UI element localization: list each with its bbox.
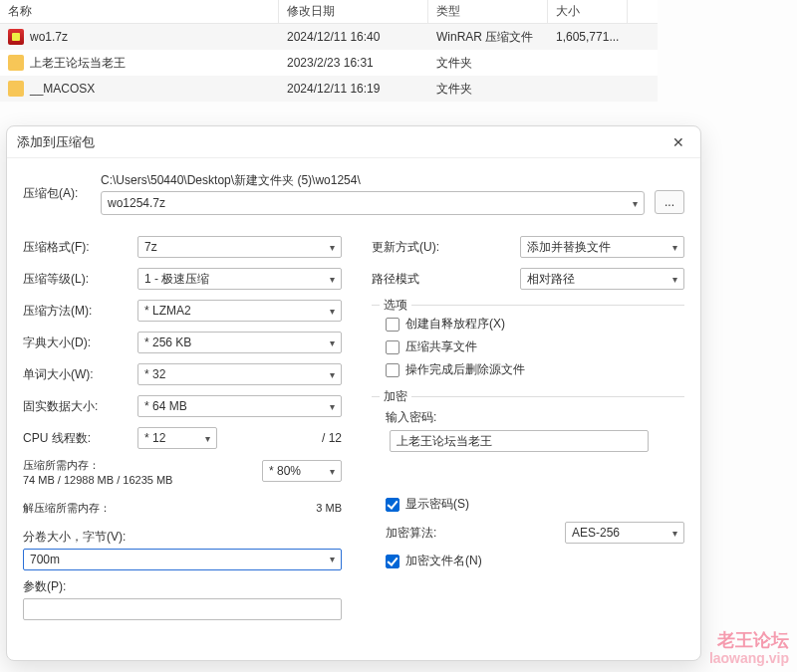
col-header-name[interactable]: 名称 [0, 0, 279, 23]
method-label: 压缩方法(M): [23, 303, 137, 320]
password-label: 输入密码: [386, 409, 684, 426]
col-header-size[interactable]: 大小 [548, 0, 628, 23]
add-to-archive-dialog: 添加到压缩包 ✕ 压缩包(A): C:\Users\50440\Desktop\… [6, 125, 701, 661]
file-type: 文件夹 [428, 81, 548, 98]
close-button[interactable]: ✕ [666, 130, 690, 154]
file-date: 2024/12/11 16:40 [279, 30, 428, 44]
file-list: 名称 修改日期 类型 大小 wo1.7z 2024/12/11 16:40 Wi… [0, 0, 658, 102]
threads-select[interactable]: * 12▾ [137, 427, 217, 449]
file-row[interactable]: wo1.7z 2024/12/11 16:40 WinRAR 压缩文件 1,60… [0, 24, 658, 50]
col-header-date[interactable]: 修改日期 [279, 0, 428, 23]
mem-compress-detail: 74 MB / 12988 MB / 16235 MB [23, 473, 262, 488]
chevron-down-icon: ▾ [672, 242, 677, 253]
archive-label: 压缩包(A): [23, 185, 91, 202]
chevron-down-icon: ▾ [330, 369, 335, 380]
dict-select[interactable]: * 256 KB▾ [137, 332, 342, 353]
checkbox-checked-icon [386, 555, 399, 568]
password-input[interactable]: 上老王论坛当老王 [390, 430, 649, 452]
delete-after-checkbox[interactable]: 操作完成后删除源文件 [386, 361, 684, 378]
folder-icon [8, 81, 24, 97]
show-password-checkbox[interactable]: 显示密码(S) [386, 496, 684, 513]
pathmode-label: 路径模式 [372, 271, 449, 288]
file-rows: wo1.7z 2024/12/11 16:40 WinRAR 压缩文件 1,60… [0, 24, 658, 102]
file-name: 上老王论坛当老王 [30, 55, 126, 72]
file-type: WinRAR 压缩文件 [428, 29, 548, 46]
chevron-down-icon: ▾ [672, 528, 677, 539]
encrypt-legend: 加密 [380, 388, 411, 405]
params-label: 参数(P): [23, 578, 342, 595]
file-date: 2024/12/11 16:19 [279, 82, 428, 96]
chevron-down-icon: ▾ [330, 242, 335, 253]
pathmode-select[interactable]: 相对路径▾ [520, 268, 684, 290]
split-size-input[interactable]: 700m▾ [23, 549, 342, 570]
browse-button[interactable]: ... [655, 190, 684, 214]
solid-select[interactable]: * 64 MB▾ [137, 395, 342, 417]
word-label: 单词大小(W): [23, 366, 137, 383]
chevron-down-icon: ▾ [330, 306, 335, 317]
format-label: 压缩格式(F): [23, 239, 137, 256]
format-select[interactable]: 7z▾ [137, 236, 342, 258]
file-name: __MACOSX [30, 82, 95, 96]
chevron-down-icon: ▾ [633, 198, 638, 209]
word-select[interactable]: * 32▾ [137, 363, 342, 385]
chevron-down-icon: ▾ [205, 433, 210, 444]
split-label: 分卷大小，字节(V): [23, 529, 342, 546]
file-row[interactable]: 上老王论坛当老王 2023/2/23 16:31 文件夹 [0, 50, 658, 76]
encrypt-group: 加密 输入密码: 上老王论坛当老王 显示密码(S) 加密算法: AES-256▾… [372, 396, 684, 569]
method-select[interactable]: * LZMA2▾ [137, 300, 342, 322]
encrypt-algo-select[interactable]: AES-256▾ [565, 522, 684, 544]
watermark: 老王论坛 laowang.vip [709, 631, 789, 666]
level-label: 压缩等级(L): [23, 271, 137, 288]
chevron-down-icon: ▾ [330, 401, 335, 412]
file-list-header: 名称 修改日期 类型 大小 [0, 0, 658, 24]
file-row[interactable]: __MACOSX 2024/12/11 16:19 文件夹 [0, 76, 658, 102]
dict-label: 字典大小(D): [23, 335, 137, 351]
shared-checkbox[interactable]: 压缩共享文件 [386, 338, 684, 355]
mem-compress-label: 压缩所需内存： [23, 458, 262, 473]
threads-max: / 12 [225, 431, 342, 445]
algo-label: 加密算法: [386, 525, 565, 542]
checkbox-checked-icon [386, 498, 399, 512]
col-header-type[interactable]: 类型 [428, 0, 548, 23]
options-legend: 选项 [380, 297, 411, 314]
left-column: 压缩格式(F): 7z▾ 压缩等级(L): 1 - 极速压缩▾ 压缩方法(M):… [23, 227, 342, 620]
chevron-down-icon: ▾ [672, 274, 677, 285]
params-input[interactable] [23, 598, 342, 620]
folder-icon [8, 55, 24, 71]
solid-label: 固实数据大小: [23, 398, 137, 415]
archive-icon [8, 29, 24, 45]
checkbox-icon [386, 340, 399, 354]
chevron-down-icon: ▾ [330, 337, 335, 348]
update-label: 更新方式(U): [372, 239, 449, 256]
threads-label: CPU 线程数: [23, 430, 137, 447]
chevron-down-icon: ▾ [330, 466, 335, 477]
chevron-down-icon: ▾ [330, 274, 335, 285]
archive-name-select[interactable]: wo1254.7z ▾ [101, 191, 645, 215]
archive-path: C:\Users\50440\Desktop\新建文件夹 (5)\wo1254\ [101, 172, 645, 189]
right-column: 更新方式(U): 添加并替换文件▾ 路径模式 相对路径▾ 选项 创建自释放程序(… [372, 227, 684, 620]
sfx-checkbox[interactable]: 创建自释放程序(X) [386, 316, 684, 333]
mem-decompress-value: 3 MB [316, 501, 342, 516]
mem-decompress-label: 解压缩所需内存： [23, 501, 316, 516]
encrypt-names-checkbox[interactable]: 加密文件名(N) [386, 553, 684, 569]
checkbox-icon [386, 318, 399, 332]
file-name: wo1.7z [30, 30, 68, 44]
archive-name: wo1254.7z [108, 196, 165, 210]
chevron-down-icon: ▾ [330, 554, 335, 564]
file-date: 2023/2/23 16:31 [279, 56, 428, 70]
options-group: 选项 创建自释放程序(X) 压缩共享文件 操作完成后删除源文件 [372, 305, 684, 378]
file-size: 1,605,771... [548, 30, 628, 44]
file-type: 文件夹 [428, 55, 548, 72]
level-select[interactable]: 1 - 极速压缩▾ [137, 268, 342, 290]
update-mode-select[interactable]: 添加并替换文件▾ [520, 236, 684, 258]
dialog-titlebar: 添加到压缩包 ✕ [7, 126, 700, 158]
checkbox-icon [386, 363, 399, 377]
dialog-title: 添加到压缩包 [17, 133, 666, 151]
mem-percent-select[interactable]: * 80%▾ [262, 460, 342, 482]
